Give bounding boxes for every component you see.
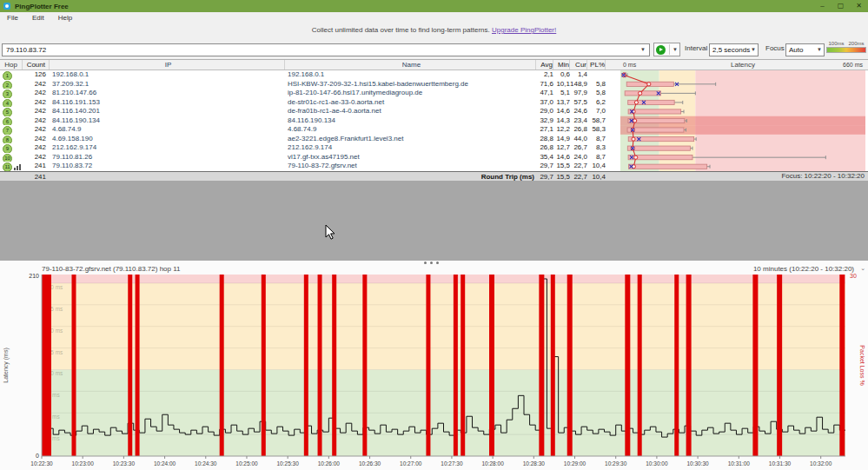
hop-count: 242 [23,116,50,126]
hop-pl: 7,0 [587,107,606,116]
trace-play-button[interactable]: ▼ [653,43,680,56]
hop-min: 0,6 [553,70,570,80]
svg-text:10:30:30: 10:30:30 [686,460,709,467]
hop-cur: 1,4 [570,70,587,80]
menu-file[interactable]: File [0,14,25,22]
svg-text:10:24:30: 10:24:30 [195,460,217,467]
hop-min: 12,2 [553,125,570,135]
header-avg: Avg [536,60,553,70]
hop-avg: 2,1 [536,70,553,80]
menu-edit[interactable]: Edit [25,14,51,22]
hop-cur: 44,0 [570,135,587,144]
hop-name: ip-81-210-147-66.hsi17.unitymediagroup.d… [285,89,536,98]
hop-avg: 28,8 [536,135,553,144]
hop-ip: 84.116.191.153 [50,98,285,108]
hop-pl: 5,8 [587,89,606,98]
hop-pl: 8,7 [587,135,606,144]
upgrade-text: Collect unlimited data over time to find… [312,26,490,34]
svg-text:Latency (ms): Latency (ms) [3,348,10,382]
hop-name: de-fra01b-rc1-ae-4-0.aorta.net [285,107,536,116]
svg-text:10:26:30: 10:26:30 [359,460,381,467]
svg-text:210: 210 [29,273,39,279]
hop-ip: 37.209.32.1 [50,80,285,89]
svg-text:10:29:00: 10:29:00 [564,460,586,467]
hop-pl: 58,3 [587,125,606,135]
header-ip: IP [50,60,285,70]
svg-text:10:23:00: 10:23:00 [72,460,95,467]
focus-range-label: Focus: 10:22:20 - 10:32:20 [781,172,865,180]
hop-min: 10,1 [553,80,570,89]
hop-pl: 58,7 [587,116,606,126]
hop-min: 14,9 [553,135,570,144]
hop-number-badge: 11 [3,162,12,171]
hop-cur: 24,0 [570,153,587,162]
close-button[interactable]: ✕ [850,0,868,12]
hop-number-badge: 2 [3,81,12,89]
play-icon[interactable] [656,45,666,55]
hop-number-badge: 8 [3,136,12,144]
latency-axis-max: 660 ms [843,60,863,70]
hop-min: 12,7 [553,143,570,153]
minimize-button[interactable]: – [813,0,832,12]
trace-table: Hop Count IP Name Avg Min Cur PL% 0 ms L… [0,59,868,181]
toolbar: ▼ ▼ Interval 2,5 seconds▼ Focus Auto▼ 10… [0,38,868,59]
header-name: Name [285,60,536,70]
hop-count: 242 [23,153,50,162]
hop-ip: 81.210.147.66 [50,89,285,98]
svg-text:10:32:00: 10:32:00 [810,460,832,467]
svg-text:10:22:30: 10:22:30 [30,460,53,467]
play-dropdown-icon[interactable]: ▼ [669,44,678,55]
hop-name: 4.68.74.9 [285,125,536,135]
hop-number-badge: 6 [3,117,12,126]
latency-minichart [620,70,865,171]
hop-count: 242 [23,143,50,153]
hop-avg: 32,9 [536,116,553,126]
hop-cur: 57,5 [570,98,587,108]
hop-number-badge: 1 [3,71,12,80]
hop-pl: 8,7 [587,153,606,162]
target-dropdown-icon[interactable]: ▼ [637,44,649,56]
hop-min: 14,6 [553,107,570,116]
hop-avg: 29,0 [536,107,553,116]
target-combobox[interactable]: ▼ [2,43,650,56]
header-pl: PL% [587,60,606,70]
hop-count: 242 [23,98,50,108]
svg-text:0: 0 [36,453,39,459]
svg-text:10:24:00: 10:24:00 [154,460,176,467]
interval-select[interactable]: 2,5 seconds▼ [709,43,759,56]
hop-cur: 24,6 [570,107,587,116]
hop-avg: 37,0 [536,98,553,108]
svg-text:10:28:30: 10:28:30 [523,460,546,467]
hop-name: ae2-3221.edge8.Frankfurt1.level3.net [285,135,536,144]
hop-name: vl17.gf-txx.as47195.net [285,153,536,162]
header-min: Min [553,60,570,70]
svg-text:10:31:30: 10:31:30 [769,460,792,467]
focus-label: Focus [765,38,785,59]
hop-cur: 23,4 [570,116,587,126]
focus-select[interactable]: Auto▼ [785,43,825,56]
hop-count: 242 [23,125,50,135]
target-input[interactable] [3,44,637,56]
hop-number-badge: 5 [3,108,12,116]
hop-name: 79-110-83-72.gfsrv.net [285,162,536,171]
hop-ip: 4.69.158.190 [50,135,285,144]
hop-min: 15,5 [553,162,570,171]
hop-avg: 29,7 [536,162,553,171]
upgrade-link[interactable]: Upgrade PingPlotter! [492,26,556,34]
hop-ip: 192.168.0.1 [50,70,285,80]
svg-text:Packet Loss %: Packet Loss % [859,345,865,385]
hop-name: HSI-KBW-37-209-32-1.hsi15.kabel-badenwue… [285,80,536,89]
menu-help[interactable]: Help [51,14,79,22]
hop-avg: 35,4 [536,153,553,162]
timeline-panel: 79-110-83-72.gfsrv.net (79.110.83.72) ho… [0,261,868,470]
hop-ip: 84.116.190.134 [50,116,285,126]
latency-axis-title: Latency [620,60,865,70]
hop-count: 241 [23,162,50,171]
hop-min: 14,6 [553,153,570,162]
upgrade-banner: Collect unlimited data over time to find… [0,23,868,38]
app-logo-icon [3,3,10,10]
hop-count: 242 [23,135,50,144]
svg-text:10:31:00: 10:31:00 [728,460,751,467]
maximize-button[interactable]: ▢ [832,0,850,12]
hop-avg: 26,8 [536,143,553,153]
